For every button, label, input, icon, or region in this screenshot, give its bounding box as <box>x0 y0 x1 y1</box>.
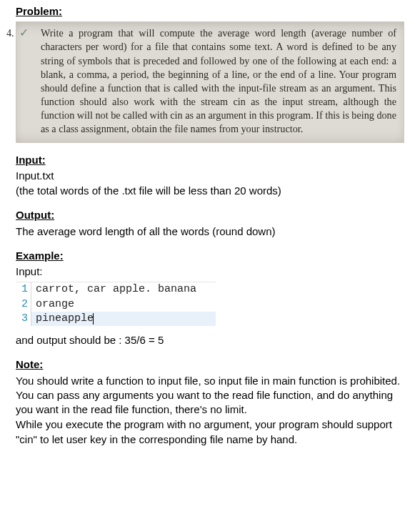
input-filename: Input.txt <box>16 169 404 183</box>
example-input-label: Input: <box>16 265 404 279</box>
note-para-1: You should write a function to input fil… <box>16 374 404 417</box>
line-number: 3 <box>16 312 31 326</box>
heading-output: Output: <box>16 208 404 222</box>
problem-body: Write a program that will compute the av… <box>41 27 396 134</box>
problem-text: 4.Write a program that will compute the … <box>24 26 396 136</box>
code-line: orange <box>31 297 216 312</box>
code-line: pineapple <box>31 312 216 326</box>
heading-input: Input: <box>16 153 404 167</box>
text-caret-icon <box>93 313 94 325</box>
code-line: carrot, car apple. banana <box>31 282 216 297</box>
editor-row: 1 carrot, car apple. banana <box>16 282 216 297</box>
output-desc: The average word length of all the words… <box>16 224 404 239</box>
line-number: 1 <box>16 282 31 297</box>
problem-statement-box: ✓ 4.Write a program that will compute th… <box>16 21 404 142</box>
code-editor-snippet: 1 carrot, car apple. banana 2 orange 3 p… <box>16 282 216 326</box>
example-output: and output should be : 35/6 = 5 <box>16 333 404 347</box>
heading-example: Example: <box>16 249 404 263</box>
heading-note: Note: <box>16 357 404 372</box>
input-note: (the total words of the .txt file will b… <box>16 184 404 198</box>
editor-row: 3 pineapple <box>16 312 216 326</box>
note-para-2: While you execute the program with no ar… <box>16 417 404 447</box>
code-text: pineapple <box>36 312 94 325</box>
check-icon: ✓ <box>19 25 29 41</box>
heading-problem: Problem: <box>16 4 404 19</box>
editor-row: 2 orange <box>16 297 216 312</box>
line-number: 2 <box>16 297 31 312</box>
